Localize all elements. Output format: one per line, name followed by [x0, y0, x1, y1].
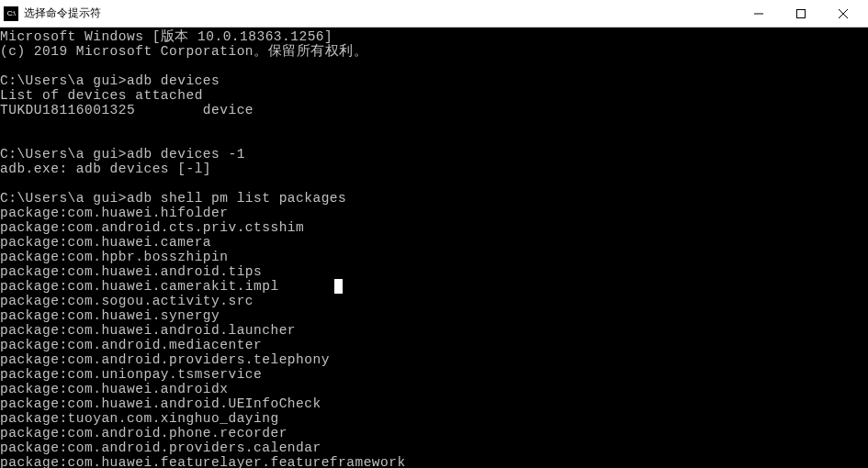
terminal-line: package:com.huawei.androidx [0, 382, 868, 396]
maximize-button[interactable] [780, 0, 822, 28]
terminal-line: package:com.android.phone.recorder [0, 426, 868, 440]
window-title: 选择命令提示符 [24, 6, 738, 21]
terminal-line: TUKDU18116001325 device [0, 103, 868, 117]
cmd-icon: C:\ [4, 6, 18, 21]
terminal-output[interactable]: Microsoft Windows [版本 10.0.18363.1256](c… [0, 28, 868, 468]
svg-rect-1 [797, 9, 806, 17]
minimize-button[interactable] [738, 0, 780, 28]
window-controls [738, 0, 864, 28]
terminal-line: package:com.android.mediacenter [0, 338, 868, 352]
close-icon [839, 9, 848, 18]
terminal-line [0, 176, 868, 191]
terminal-line: package:com.android.providers.telephony [0, 352, 868, 367]
terminal-line: package:com.huawei.synergy [0, 308, 868, 323]
titlebar[interactable]: C:\ 选择命令提示符 [0, 0, 868, 28]
terminal-line: adb.exe: adb devices [-l] [0, 162, 868, 176]
minimize-icon [754, 9, 763, 18]
terminal-line: package:com.sogou.activity.src [0, 294, 868, 308]
maximize-icon [796, 9, 806, 18]
terminal-line: package:com.huawei.android.launcher [0, 323, 868, 338]
terminal-line: package:com.huawei.camerakit.impl [0, 279, 868, 294]
terminal-line: package:com.huawei.android.UEInfoCheck [0, 396, 868, 411]
terminal-line: Microsoft Windows [版本 10.0.18363.1256] [0, 29, 868, 44]
terminal-line: C:\Users\a gui>adb devices -1 [0, 147, 868, 162]
terminal-line [0, 59, 868, 73]
terminal-line: package:com.unionpay.tsmservice [0, 367, 868, 382]
terminal-line [0, 117, 868, 132]
terminal-line: package:com.android.providers.calendar [0, 440, 868, 455]
terminal-line: package:com.hpbr.bosszhipin [0, 250, 868, 264]
terminal-line: package:com.huawei.hifolder [0, 206, 868, 220]
terminal-line: C:\Users\a gui>adb devices [0, 73, 868, 88]
close-button[interactable] [822, 0, 864, 28]
terminal-line: package:com.huawei.android.tips [0, 264, 868, 279]
terminal-line: package:com.huawei.featurelayer.featuref… [0, 455, 868, 468]
terminal-line: List of devices attached [0, 88, 868, 103]
terminal-line: package:com.huawei.camera [0, 235, 868, 250]
terminal-line [0, 132, 868, 147]
cursor [334, 279, 343, 294]
terminal-line: package:tuoyan.com.xinghuo_daying [0, 411, 868, 426]
terminal-line: package:com.android.cts.priv.ctsshim [0, 220, 868, 235]
terminal-line: C:\Users\a gui>adb shell pm list package… [0, 191, 868, 206]
terminal-line: (c) 2019 Microsoft Corporation。保留所有权利。 [0, 44, 868, 59]
